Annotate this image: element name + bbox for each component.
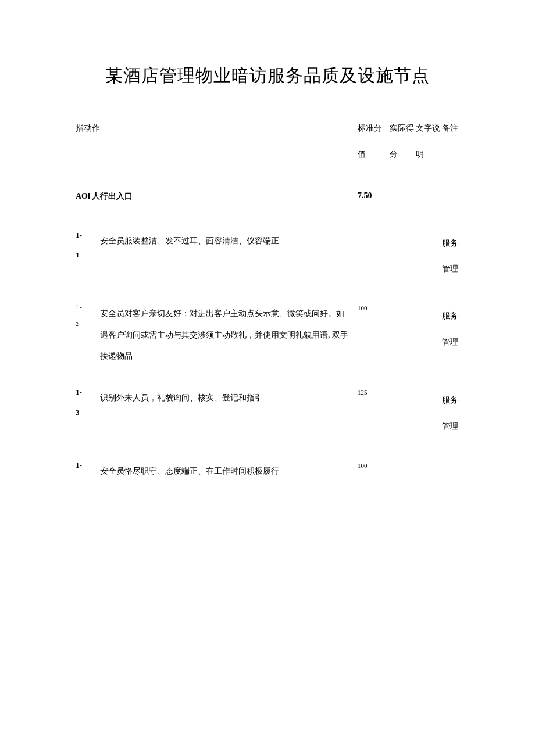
table-row: 1- 1 安全员服装整洁、发不过耳、面容清洁、仪容端正 服务管理 xyxy=(76,231,459,283)
row-index-2: 2 xyxy=(76,320,100,328)
header-index: 指动作 xyxy=(76,116,100,142)
header-remark: 备注 xyxy=(442,116,459,142)
row-desc: 识别外来人员，礼貌询问、核实、登记和指引 xyxy=(100,388,358,409)
row-desc: 安全员服装整洁、发不过耳、面容清洁、仪容端正 xyxy=(100,231,358,252)
header-actual: 实际得分 xyxy=(390,116,416,168)
row-index-2: 1 xyxy=(76,250,100,260)
header-text-desc: 文字说明 xyxy=(416,116,442,168)
table-row: 1- 安全员恪尽职守、态度端正、在工作时间积极履行 100 xyxy=(76,461,459,482)
row-index: 1- 3 xyxy=(76,388,100,418)
header-score: 标准分值 xyxy=(358,116,390,168)
row-index-1: 1- xyxy=(76,461,100,471)
row-score: 125 xyxy=(358,388,390,396)
row-desc: 安全员对客户亲切友好：对进出客户主动点头示意、微笑或问好。如遇客户询问或需主动与… xyxy=(100,303,358,367)
row-index-1: 1- xyxy=(76,388,100,397)
row-desc: 安全员恪尽职守、态度端正、在工作时间积极履行 xyxy=(100,461,358,482)
row-index: 1- 1 xyxy=(76,231,100,261)
section-header: AOl 人行出入口 7.50 xyxy=(76,191,459,202)
page-title: 某酒店管理物业暗访服务品质及设施节点 xyxy=(76,64,459,88)
row-score: 100 xyxy=(358,303,390,311)
row-remark: 服务管理 xyxy=(442,388,459,440)
row-remark: 服务管理 xyxy=(442,231,459,283)
row-index: 1 - 2 xyxy=(76,303,100,328)
row-score xyxy=(358,231,390,232)
row-index: 1- xyxy=(76,461,100,481)
row-remark: 服务管理 xyxy=(442,303,459,356)
row-index-2: 3 xyxy=(76,408,100,418)
row-index-1: 1 - xyxy=(76,303,100,311)
table-row: 1 - 2 安全员对客户亲切友好：对进出客户主动点头示意、微笑或问好。如遇客户询… xyxy=(76,303,459,367)
table-header: 指动作 标准分值 实际得分 文字说明 备注 xyxy=(76,116,459,168)
section-title: AOl 人行出入口 xyxy=(76,191,358,202)
table-row: 1- 3 识别外来人员，礼貌询问、核实、登记和指引 125 服务管理 xyxy=(76,388,459,440)
row-index-1: 1- xyxy=(76,231,100,241)
section-score: 7.50 xyxy=(358,191,390,200)
row-score: 100 xyxy=(358,461,390,469)
